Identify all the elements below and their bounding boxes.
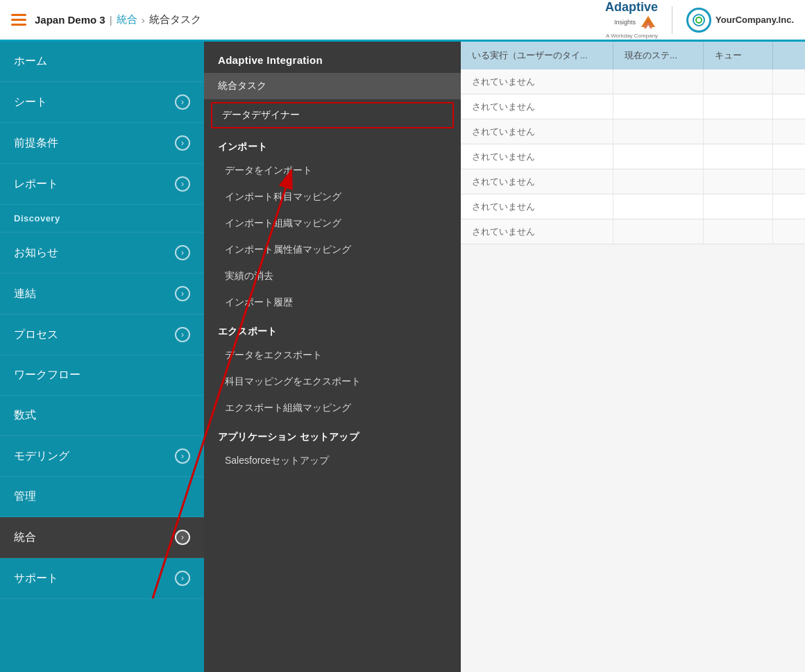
sidebar-item-process[interactable]: プロセス › bbox=[0, 314, 204, 355]
header-title: Japan Demo 3 | 統合 › 統合タスク bbox=[35, 13, 201, 26]
sidebar-label-home: ホーム bbox=[14, 54, 47, 69]
dropdown-item-import-org-mapping[interactable]: インポート組織マッピング bbox=[204, 210, 461, 237]
dropdown-item-salesforce-setup[interactable]: Salesforceセットアップ bbox=[204, 448, 461, 474]
chevron-right-icon: › bbox=[175, 176, 190, 192]
cell-status bbox=[613, 169, 704, 194]
sidebar-label-condition: 前提条件 bbox=[14, 136, 58, 151]
dropdown-section-adaptive-integration: Adaptive Integration bbox=[204, 42, 461, 73]
table-row: されていません bbox=[461, 169, 805, 194]
table-row: されていません bbox=[461, 219, 805, 244]
breadcrumb-integration[interactable]: 統合 bbox=[117, 13, 137, 26]
dropdown-item-export-account-mapping[interactable]: 科目マッピングをエクスポート bbox=[204, 369, 461, 395]
company-name: YourCompany.Inc. bbox=[715, 15, 794, 25]
sidebar-item-connect[interactable]: 連結 › bbox=[0, 274, 204, 314]
dropdown-section-app-setup: アプリケーション セットアップ bbox=[204, 421, 461, 448]
sidebar-label-formula: 数式 bbox=[14, 408, 36, 423]
sidebar-label-workflow: ワークフロー bbox=[14, 368, 80, 383]
chevron-right-icon: › bbox=[175, 448, 190, 464]
cell-status bbox=[613, 144, 704, 169]
company-logo-circle bbox=[686, 8, 711, 33]
chevron-right-icon: › bbox=[175, 94, 190, 110]
cell-queue bbox=[704, 69, 773, 94]
sidebar-label-support: サポート bbox=[14, 571, 58, 586]
chevron-right-icon: › bbox=[175, 245, 190, 260]
cell-running: されていません bbox=[461, 94, 613, 119]
breadcrumb-current: 統合タスク bbox=[149, 13, 201, 26]
workday-v-icon bbox=[638, 13, 658, 33]
sidebar-item-integration[interactable]: 統合 › bbox=[0, 517, 204, 558]
sidebar-item-sheet[interactable]: シート › bbox=[0, 82, 204, 123]
dropdown-item-import-history[interactable]: インポート履歴 bbox=[204, 289, 461, 316]
dropdown-item-import-data[interactable]: データをインポート bbox=[204, 158, 461, 184]
logo-divider bbox=[672, 6, 672, 34]
dropdown-item-export-org-mapping[interactable]: エクスポート組織マッピング bbox=[204, 395, 461, 421]
dropdown-item-export-data[interactable]: データをエクスポート bbox=[204, 342, 461, 369]
dropdown-section-export: エクスポート bbox=[204, 316, 461, 342]
sidebar-label-connect: 連結 bbox=[14, 287, 36, 301]
sidebar-label-process: プロセス bbox=[14, 328, 58, 342]
dropdown-item-import-attr-mapping[interactable]: インポート属性値マッピング bbox=[204, 237, 461, 263]
dropdown-item-data-designer[interactable]: データデザイナー bbox=[211, 102, 454, 128]
sidebar-label-discovery: Discovery bbox=[14, 213, 60, 224]
cell-status bbox=[613, 69, 704, 94]
dropdown-item-delete-actuals[interactable]: 実績の消去 bbox=[204, 263, 461, 289]
dropdown-item-import-account-mapping[interactable]: インポート科目マッピング bbox=[204, 184, 461, 210]
cell-queue bbox=[704, 194, 773, 219]
col-header-queue: キュー bbox=[704, 42, 773, 69]
sidebar-label-report: レポート bbox=[14, 177, 58, 192]
cell-queue bbox=[704, 94, 773, 119]
header: Japan Demo 3 | 統合 › 統合タスク Adaptive Insig… bbox=[0, 0, 805, 42]
sidebar-label-integration: 統合 bbox=[14, 530, 36, 545]
sidebar-item-workflow[interactable]: ワークフロー bbox=[0, 355, 204, 396]
cell-status bbox=[613, 194, 704, 219]
adaptive-insights-logo: Adaptive Insights A Workday Company bbox=[605, 1, 658, 40]
sidebar-label-sheet: シート bbox=[14, 95, 47, 110]
cell-running: されていません bbox=[461, 69, 613, 94]
adaptive-text: Adaptive bbox=[605, 1, 658, 13]
chevron-right-icon: › bbox=[175, 530, 190, 545]
app-name: Japan Demo 3 bbox=[35, 14, 105, 26]
breadcrumb-sep2: › bbox=[142, 14, 145, 26]
breadcrumb-sep1: | bbox=[110, 14, 112, 26]
header-logos: Adaptive Insights A Workday Company bbox=[605, 1, 794, 40]
content-table-header: いる実行（ユーザーのタイ... 現在のステ... キュー bbox=[461, 42, 805, 69]
table-row: されていません bbox=[461, 144, 805, 169]
cell-queue bbox=[704, 169, 773, 194]
cell-status bbox=[613, 94, 704, 119]
cell-running: されていません bbox=[461, 219, 613, 244]
cell-queue bbox=[704, 219, 773, 244]
sidebar-label-notice: お知らせ bbox=[14, 246, 58, 260]
sidebar-item-condition[interactable]: 前提条件 › bbox=[0, 123, 204, 164]
cell-status bbox=[613, 119, 704, 144]
col-header-status: 現在のステ... bbox=[613, 42, 704, 69]
svg-point-2 bbox=[693, 15, 704, 26]
sidebar-label-modeling: モデリング bbox=[14, 449, 69, 464]
your-company-logo: YourCompany.Inc. bbox=[686, 8, 794, 33]
dropdown-panel: Adaptive Integration 統合タスク データデザイナー インポー… bbox=[204, 42, 461, 672]
cell-queue bbox=[704, 144, 773, 169]
dropdown-section-import: インポート bbox=[204, 131, 461, 158]
sidebar-item-notice[interactable]: お知らせ › bbox=[0, 233, 204, 274]
svg-point-3 bbox=[696, 17, 702, 23]
sidebar-item-modeling[interactable]: モデリング › bbox=[0, 436, 204, 477]
chevron-right-icon: › bbox=[175, 571, 190, 586]
cell-queue bbox=[704, 119, 773, 144]
cell-status bbox=[613, 219, 704, 244]
sidebar-item-home[interactable]: ホーム bbox=[0, 42, 204, 82]
sidebar-item-formula[interactable]: 数式 bbox=[0, 396, 204, 436]
hamburger-menu[interactable] bbox=[11, 14, 26, 26]
sidebar-item-manage[interactable]: 管理 bbox=[0, 477, 204, 517]
chevron-right-icon: › bbox=[175, 327, 190, 342]
chevron-right-icon: › bbox=[175, 286, 190, 301]
table-row: されていません bbox=[461, 69, 805, 94]
sidebar-label-manage: 管理 bbox=[14, 489, 36, 504]
cell-running: されていません bbox=[461, 194, 613, 219]
cell-running: されていません bbox=[461, 144, 613, 169]
insights-text: Insights bbox=[614, 19, 636, 26]
chevron-right-icon: › bbox=[175, 135, 190, 151]
sidebar-item-discovery[interactable]: Discovery bbox=[0, 205, 204, 233]
sidebar-item-report[interactable]: レポート › bbox=[0, 164, 204, 205]
dropdown-item-integration-task[interactable]: 統合タスク bbox=[204, 73, 461, 99]
cell-running: されていません bbox=[461, 119, 613, 144]
sidebar-item-support[interactable]: サポート › bbox=[0, 558, 204, 599]
